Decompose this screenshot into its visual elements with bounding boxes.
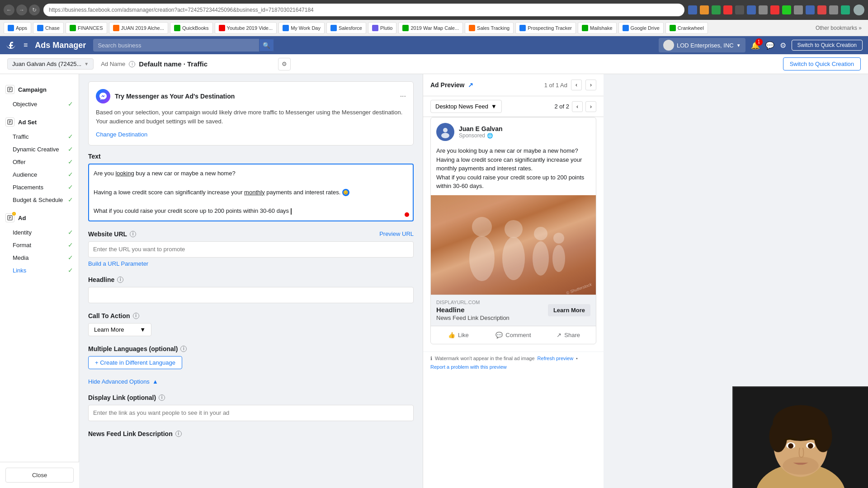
settings-gear-icon[interactable]: ⚙ [780,41,786,50]
bookmark-salestracking[interactable]: Sales Tracking [465,22,514,34]
sidebar-item-placements[interactable]: Placements ✓ [0,181,79,193]
ad-preview-external-link-icon[interactable]: ↗ [468,81,473,89]
preview-page-prev-btn[interactable]: ‹ [572,101,583,112]
search-submit-btn[interactable]: 🔍 [259,39,274,52]
preview-count-label: 1 of 1 Ad [544,82,567,89]
svg-point-20 [814,421,832,452]
hide-advanced-options-toggle[interactable]: Hide Advanced Options ▲ [88,378,414,385]
text-input-area[interactable]: Are you looking buy a new car or maybe a… [88,164,414,221]
bookmark-warmap[interactable]: 2019 War Map Cale... [398,22,463,34]
preview-page-next-btn[interactable]: › [585,101,596,112]
bookmark-favicon-myworkday [283,25,289,31]
preview-url-link[interactable]: Preview URL [379,230,414,237]
sidebar-item-dynamic-creative[interactable]: Dynamic Creative ✓ [0,143,79,155]
search-box[interactable]: 🔍 [93,39,274,52]
bookmark-juan[interactable]: JUAN 2019 Alche... [109,22,168,34]
webcam-overlay [732,386,868,488]
switch-quick-creation-btn[interactable]: Switch to Quick Creation [792,40,863,51]
sidebar-item-identity[interactable]: Identity ✓ [0,226,79,239]
refresh-preview-link[interactable]: Refresh preview [538,356,573,361]
cta-label-text: Call To Action [88,312,130,319]
ad-name-info-icon[interactable]: i [129,61,135,67]
close-btn[interactable]: Close [5,468,74,483]
hamburger-menu-icon[interactable]: ≡ [24,41,28,49]
languages-info-icon[interactable]: i [180,346,187,352]
ad-section-header[interactable]: ! Ad [0,210,79,226]
nav-forward-btn[interactable]: → [16,5,27,15]
svg-point-12 [553,233,564,244]
nav-back-btn[interactable]: ← [4,5,14,15]
ad-preview-header: Ad Preview ↗ 1 of 1 Ad ‹ › [423,74,604,96]
headline-input[interactable] [88,287,414,303]
notifications-bell-icon[interactable]: 🔔 1 [751,41,760,50]
messages-icon[interactable]: 💬 [765,41,774,50]
sidebar-item-objective[interactable]: Objective ✓ [0,98,79,110]
url-info-icon[interactable]: i [130,231,136,237]
sidebar-item-audience[interactable]: Audience ✓ [0,168,79,181]
preview-next-btn[interactable]: › [585,80,596,90]
bookmark-youtube[interactable]: Youtube 2019 Vide... [215,22,277,34]
bookmark-plutio[interactable]: Plutio [368,22,397,34]
bookmark-finances[interactable]: FINANCES [66,22,107,34]
preview-prev-btn[interactable]: ‹ [571,80,582,90]
sidebar-item-format[interactable]: Format ✓ [0,239,79,251]
build-url-link[interactable]: Build a URL Parameter [88,260,414,267]
more-bookmarks-btn[interactable]: Other bookmarks » [813,24,864,32]
sidebar-dynamic-check-icon: ✓ [68,145,73,153]
bookmark-crankwheel[interactable]: Crankwheel [665,22,708,34]
create-language-btn[interactable]: + Create in Different Language [88,356,182,369]
placement-dropdown-btn[interactable]: Desktop News Feed ▼ [430,100,502,113]
ad-link-section: DISPLAYURL.COM Headline News Feed Link D… [431,295,596,326]
newsfeed-link-info-icon[interactable]: i [175,431,182,437]
extension-icon-13 [841,5,850,14]
ad-share-btn[interactable]: ↗ Share [541,328,596,342]
report-problem-link[interactable]: Report a problem with this preview [430,364,507,370]
bookmark-chase[interactable]: Chase [33,22,64,34]
bookmark-prospecting[interactable]: Prospecting Tracker [515,22,576,34]
sidebar-item-offer[interactable]: Offer ✓ [0,155,79,168]
bookmark-googledrive[interactable]: Google Drive [618,22,664,34]
url-bar[interactable]: https://business.facebook.com/adsmanager… [43,4,684,16]
ad-comment-btn[interactable]: 💬 Comment [486,328,541,342]
bookmark-mailshake[interactable]: Mailshake [578,22,617,34]
change-destination-link[interactable]: Change Destination [96,131,147,138]
sidebar-item-links-label: Links [13,267,26,274]
webcam-video [733,387,868,488]
messenger-more-options-icon[interactable]: ··· [400,92,406,100]
cta-dropdown-btn[interactable]: Learn More ▼ [88,323,151,336]
url-input[interactable] [88,241,414,258]
sidebar-item-traffic[interactable]: Traffic ✓ [0,130,79,143]
bookmark-salesforce[interactable]: Salesforce [326,22,366,34]
ad-name-gear-btn[interactable]: ⚙ [278,58,291,70]
bookmark-quickbooks[interactable]: QuickBooks [170,22,213,34]
sidebar-item-links[interactable]: Links ✓ [0,264,79,277]
url-label: Website URL i [88,230,136,238]
campaign-section-header[interactable]: Campaign [0,81,79,98]
search-input[interactable] [98,42,259,49]
display-link-info-icon[interactable]: i [159,394,165,401]
learn-more-preview-btn[interactable]: Learn More [548,304,590,316]
sponsored-text: Sponsored [459,132,485,139]
extension-icon-9 [794,5,803,14]
cta-info-icon[interactable]: i [133,313,139,319]
svg-point-11 [533,241,549,276]
svg-point-3 [443,128,448,132]
ad-name-input[interactable] [139,60,274,68]
display-link-input[interactable] [88,405,414,421]
switch-quick-creation-header-btn[interactable]: Switch to Quick Creation [783,57,861,70]
ad-set-label: Ad Set [18,119,37,126]
sidebar-item-media[interactable]: Media ✓ [0,251,79,264]
account-switcher[interactable]: LOD Enterprises, INC ▼ [659,38,745,52]
nav-refresh-btn[interactable]: ↻ [29,5,40,15]
ad-set-section-header[interactable]: Ad Set [0,114,79,130]
preview-pagination: 2 of 2 ‹ › [554,101,596,112]
bookmark-apps[interactable]: Apps [4,22,31,34]
sidebar-item-budget-schedule[interactable]: Budget & Schedule ✓ [0,193,79,206]
underline-monthly: monthly [244,189,265,196]
bookmark-favicon-warmap [402,25,409,31]
bookmark-myworkday[interactable]: My Work Day [278,22,325,34]
headline-info-icon[interactable]: i [117,277,123,283]
ad-like-btn[interactable]: 👍 Like [431,328,486,342]
account-selector[interactable]: Juan Galvan Ads (72425... ▼ [7,58,94,70]
ad-section-icon: ! [5,213,14,222]
